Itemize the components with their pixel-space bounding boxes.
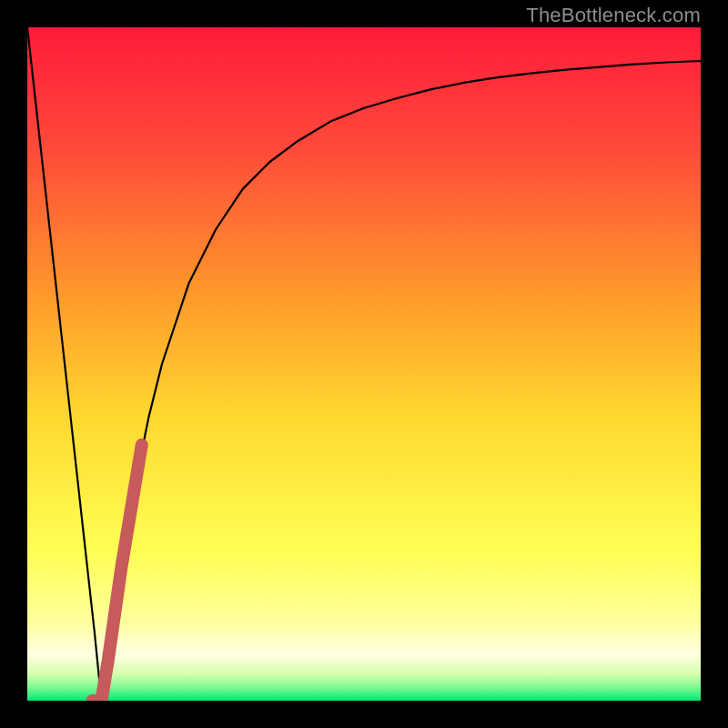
- plot-area: [27, 27, 701, 701]
- chart-svg: [27, 27, 701, 701]
- chart-frame: TheBottleneck.com: [0, 0, 728, 728]
- watermark-text: TheBottleneck.com: [526, 4, 701, 27]
- gradient-background: [27, 27, 701, 701]
